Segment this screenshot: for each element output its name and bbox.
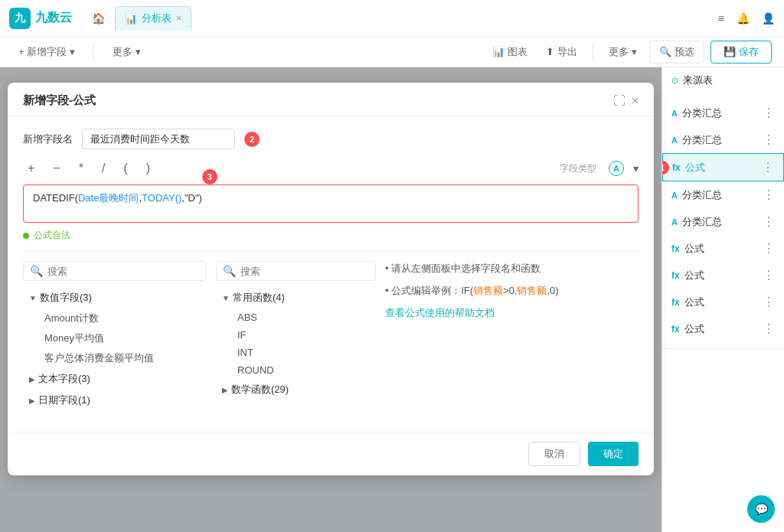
- tree-date-fields[interactable]: ▶ 日期字段(1): [23, 390, 207, 411]
- confirm-button[interactable]: 确定: [588, 442, 639, 466]
- panel-item-label-5: fx 公式: [671, 269, 704, 282]
- op-rparen-button[interactable]: ): [142, 160, 155, 177]
- tree-date-expand-icon: ▶: [29, 397, 35, 405]
- panel-item-0[interactable]: A 分类汇总 ⋮: [662, 100, 784, 126]
- panel-item-6[interactable]: fx 公式 ⋮: [662, 289, 784, 315]
- op-divide-button[interactable]: /: [97, 160, 109, 177]
- field-type-chevron-icon[interactable]: ▾: [633, 162, 639, 175]
- panel-source-item[interactable]: ⊙ 来源表: [662, 67, 784, 93]
- panel-more-7[interactable]: ⋮: [763, 321, 775, 336]
- functions-search-box[interactable]: 🔍: [216, 261, 376, 281]
- panel-more-1[interactable]: ⋮: [763, 132, 775, 147]
- panel-item-icon-7: fx: [671, 324, 680, 335]
- modal-title: 新增字段-公式: [23, 93, 96, 108]
- panel-more-5[interactable]: ⋮: [763, 268, 775, 282]
- tab-close-icon[interactable]: ×: [176, 13, 181, 24]
- chevron-down-icon: ▾: [70, 46, 75, 57]
- tree-numeric-label: 数值字段(3): [40, 291, 92, 305]
- fields-search-input[interactable]: [47, 266, 200, 277]
- tree-common-fns[interactable]: ▼ 常用函数(4): [216, 287, 376, 308]
- panel-item-text-7: 公式: [684, 322, 704, 336]
- tree-amount[interactable]: Amount计数: [23, 308, 207, 328]
- panel-item-label-6: fx 公式: [671, 295, 704, 309]
- home-tab[interactable]: 🏠: [84, 6, 112, 31]
- export-icon: ⬆: [546, 46, 554, 57]
- menu-icon[interactable]: ≡: [718, 12, 724, 24]
- panel-item-text-4: 公式: [684, 242, 704, 256]
- panel-item-label-formula: fx 公式: [672, 161, 705, 175]
- fields-tree: ▼ 数值字段(3) Amount计数 Money平均值 客户总体消费金额平均值 …: [23, 287, 207, 419]
- cancel-button[interactable]: 取消: [528, 442, 580, 466]
- fields-search-box[interactable]: 🔍: [23, 261, 207, 281]
- fn-round[interactable]: ROUND: [216, 361, 376, 379]
- hint-link-row[interactable]: 查看公式使用的帮助文档: [385, 305, 639, 321]
- bell-icon[interactable]: 🔔: [737, 12, 750, 24]
- panel-more-2[interactable]: ⋮: [763, 188, 775, 202]
- panel-more-3[interactable]: ⋮: [763, 214, 775, 229]
- fn-expand-icon: ▼: [222, 294, 230, 302]
- field-name-input[interactable]: [82, 129, 235, 149]
- fn-int[interactable]: INT: [216, 344, 376, 361]
- tree-text-fields[interactable]: ▶ 文本字段(3): [23, 368, 207, 390]
- help-link[interactable]: 查看公式使用的帮助文档: [385, 307, 495, 318]
- tab-icon: 📊: [125, 13, 137, 24]
- fn-abs[interactable]: ABS: [216, 308, 376, 326]
- panel-item-3[interactable]: A 分类汇总 ⋮: [662, 208, 784, 235]
- fn-math-label: 数学函数(29): [231, 383, 289, 397]
- source-icon: ⊙: [671, 76, 678, 86]
- more2-chevron-icon: ▾: [632, 46, 637, 57]
- panel-item-formula-active[interactable]: fx 公式 ⋮ 1: [662, 153, 784, 181]
- fn-if[interactable]: IF: [216, 326, 376, 344]
- export-button[interactable]: ⬆ 导出: [540, 42, 583, 62]
- analysis-tab[interactable]: 📊 分析表 ×: [115, 6, 191, 31]
- chart-button[interactable]: 📊 图表: [486, 42, 534, 62]
- preview-button[interactable]: 🔍 预选: [649, 41, 704, 64]
- close-icon[interactable]: ×: [632, 94, 639, 108]
- more2-button[interactable]: 更多 ▾: [603, 42, 643, 62]
- panel-more-formula[interactable]: ⋮: [762, 160, 774, 175]
- panel-more-0[interactable]: ⋮: [763, 106, 775, 120]
- user-icon[interactable]: 👤: [762, 12, 775, 24]
- valid-dot: [23, 233, 29, 239]
- tree-customer-avg[interactable]: 客户总体消费金额平均值: [23, 348, 207, 368]
- hint-prefix: • 公式编辑举例：IF(: [385, 285, 473, 296]
- more-button[interactable]: 更多 ▾: [106, 42, 147, 62]
- tree-text-label: 文本字段(3): [38, 372, 90, 386]
- formula-editor[interactable]: DATEDIF(Date最晚时间,TODAY(),"D") 3: [23, 184, 639, 223]
- panel-item-7[interactable]: fx 公式 ⋮: [662, 315, 784, 342]
- panel-more-6[interactable]: ⋮: [763, 295, 775, 309]
- panel-more-4[interactable]: ⋮: [763, 241, 775, 256]
- tree-money[interactable]: Money平均值: [23, 328, 207, 348]
- tree-expand-icon: ▼: [29, 294, 37, 302]
- maximize-icon[interactable]: ⛶: [613, 94, 626, 108]
- math-expand-icon: ▶: [222, 386, 228, 394]
- tree-math-fns[interactable]: ▶ 数学函数(29): [216, 379, 376, 400]
- panel-item-label-7: fx 公式: [671, 322, 704, 336]
- add-field-button[interactable]: + 新增字段 ▾: [12, 42, 81, 62]
- preview-label: 预选: [675, 45, 694, 59]
- panel-item-4[interactable]: fx 公式 ⋮: [662, 235, 784, 262]
- hint-line-1: • 请从左侧面板中选择字段名和函数: [385, 261, 639, 277]
- add-field-label: + 新增字段: [18, 45, 67, 59]
- step-badge-1: 1: [662, 161, 669, 175]
- field-name-row: 新增字段名 2: [23, 129, 639, 149]
- main-area: 新增字段-公式 ⛶ × 新增字段名 2 + − * / ( ): [0, 67, 784, 532]
- panel-item-label-3: A 分类汇总: [671, 215, 722, 229]
- op-minus-button[interactable]: −: [48, 160, 64, 177]
- save-button[interactable]: 💾 保存: [710, 41, 772, 64]
- panel-item-2[interactable]: A 分类汇总 ⋮: [662, 181, 784, 208]
- tree-numeric-fields[interactable]: ▼ 数值字段(3): [23, 287, 207, 308]
- hint-sales1: 销售额: [473, 285, 503, 296]
- op-plus-button[interactable]: +: [23, 160, 39, 177]
- source-label: 来源表: [683, 73, 713, 87]
- panel-item-5[interactable]: fx 公式 ⋮: [662, 262, 784, 289]
- chat-bubble-button[interactable]: 💬: [747, 495, 775, 523]
- op-lparen-button[interactable]: (: [119, 160, 132, 177]
- hints-panel: • 请从左侧面板中选择字段名和函数 • 公式编辑举例：IF(销售额>0,销售额,…: [385, 261, 639, 419]
- field-type-badge[interactable]: A: [609, 161, 624, 176]
- op-multiply-button[interactable]: *: [74, 160, 88, 177]
- field-name-label: 新增字段名: [23, 132, 73, 146]
- panel-item-icon-4: fx: [671, 243, 680, 254]
- functions-search-input[interactable]: [240, 266, 369, 277]
- panel-item-1[interactable]: A 分类汇总 ⋮: [662, 126, 784, 153]
